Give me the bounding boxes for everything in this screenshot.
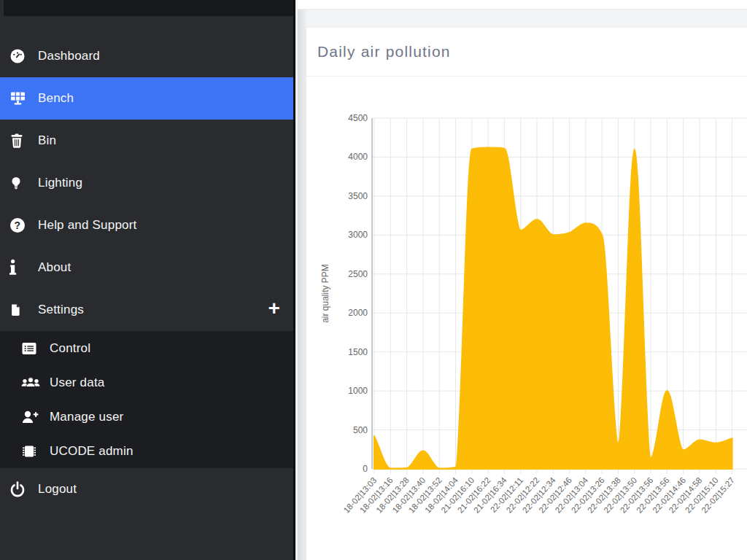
app-root: Dashboard Bench [0,0,747,560]
sidebar-item-user-data[interactable]: User data [0,365,293,400]
sidebar-menu: Dashboard Bench [0,35,293,510]
svg-text:3500: 3500 [348,191,368,201]
dashboard-gauge-icon [9,47,31,65]
sidebar-item-about[interactable]: About [0,246,293,289]
svg-text:2500: 2500 [348,269,368,279]
svg-text:0: 0 [363,464,368,474]
main-content: Daily air pollution 05001000150020002500… [298,0,747,560]
sidebar-item-lighting[interactable]: Lighting [0,162,293,204]
trash-icon [9,132,31,149]
svg-text:3000: 3000 [348,230,368,240]
svg-text:air quality PPM: air quality PPM [320,264,330,323]
sidebar-item-dashboard[interactable]: Dashboard [0,35,293,77]
sidebar-item-control[interactable]: Control [0,331,293,365]
svg-text:?: ? [15,219,21,231]
svg-text:4500: 4500 [348,113,368,123]
power-icon [9,481,31,498]
svg-text:1500: 1500 [348,347,368,357]
sidebar-brand-strip [4,0,293,16]
list-icon [20,340,42,357]
microchip-icon [20,443,42,460]
sidebar-item-label: Lighting [38,176,82,190]
sidebar-item-settings[interactable]: Settings + [0,289,293,331]
users-icon [20,374,42,392]
main-topbar [298,0,747,9]
svg-text:2000: 2000 [348,308,368,318]
sidebar: Dashboard Bench [0,0,295,560]
svg-text:500: 500 [353,425,368,435]
sidebar-item-label: About [38,260,71,275]
sidebar-item-label: Control [50,341,90,356]
sidebar-item-manage-user[interactable]: Manage user [0,400,293,434]
svg-text:4000: 4000 [348,152,368,162]
sidebar-item-bin[interactable]: Bin [0,120,293,162]
plus-icon[interactable]: + [268,298,280,319]
sidebar-item-help[interactable]: ? Help and Support [0,204,293,246]
svg-text:1000: 1000 [348,386,368,396]
sidebar-item-label: UCODE admin [50,444,133,459]
sidebar-item-label: Manage user [50,410,123,424]
card-header: Daily air pollution [306,28,747,77]
sidebar-item-label: User data [50,376,105,390]
sidebar-item-label: Help and Support [38,218,137,233]
air-pollution-chart[interactable]: 05001000150020002500300035004000450018-0… [306,77,747,558]
sidebar-item-ucode-admin[interactable]: UCODE admin [0,434,293,468]
chart-area[interactable]: 05001000150020002500300035004000450018-0… [306,77,747,558]
sidebar-item-label: Logout [38,482,77,497]
sidebar-item-label: Dashboard [38,49,100,63]
sidebar-item-label: Bin [38,133,56,148]
card-title: Daily air pollution [317,43,451,61]
sidebar-item-label: Settings [38,303,84,317]
settings-submenu: Control User data [0,331,293,468]
info-icon [9,259,31,276]
sidebar-item-bench[interactable]: Bench [0,77,293,120]
question-circle-icon: ? [9,217,31,234]
user-plus-icon [20,408,42,426]
chart-card: Daily air pollution 05001000150020002500… [306,28,747,560]
sidebar-item-logout[interactable]: Logout [0,468,293,510]
sidebar-item-label: Bench [38,91,74,106]
solar-panel-icon [9,90,31,107]
lightbulb-icon [9,174,31,192]
file-icon [9,301,31,319]
